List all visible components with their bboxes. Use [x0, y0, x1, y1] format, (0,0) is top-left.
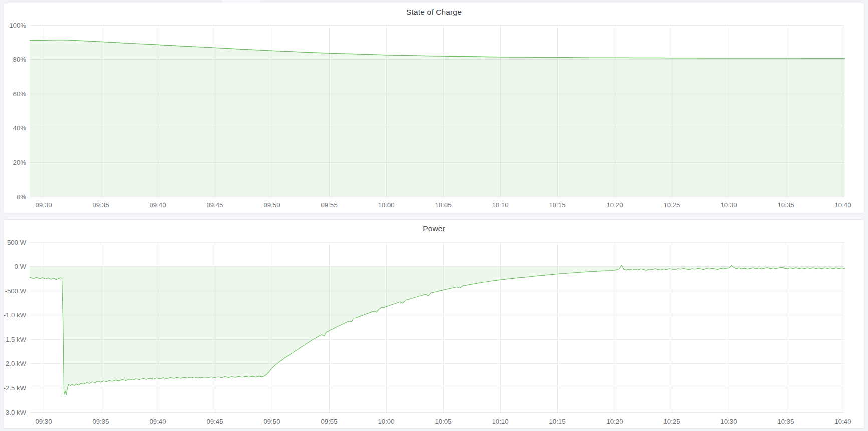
- soc-y-tick-label: 40%: [13, 124, 27, 132]
- power-y-tick-label: -2.5 kW: [4, 384, 27, 392]
- power-x-tick-label: 09:50: [263, 418, 280, 425]
- power-x-tick-label: 10:30: [720, 418, 737, 425]
- grafana-dashboard: { "page": { "background": "#f3f4f8", "pa…: [0, 0, 868, 431]
- soc-x-tick-label: 10:25: [663, 201, 680, 209]
- power-area: [30, 265, 845, 395]
- power-y-tick-label: -3.0 kW: [4, 409, 27, 416]
- soc-y-tick-label: 80%: [13, 56, 27, 63]
- power-y-tick-label: -1.0 kW: [4, 311, 27, 319]
- soc-y-tick-label: 20%: [13, 159, 27, 166]
- power-x-tick-label: 10:05: [435, 418, 451, 425]
- power-x-tick-label: 10:15: [549, 418, 565, 425]
- power-x-tick-label: 10:00: [378, 418, 394, 425]
- soc-x-tick-label: 09:30: [35, 201, 52, 209]
- soc-x-tick-label: 10:40: [834, 201, 851, 209]
- soc-panel-title: State of Charge: [4, 8, 864, 17]
- soc-x-tick-label: 10:10: [492, 201, 508, 209]
- soc-x-tick-label: 10:15: [549, 201, 565, 209]
- soc-y-tick-label: 0%: [17, 193, 26, 201]
- power-panel-title: Power: [4, 224, 864, 233]
- soc-x-tick-label: 10:30: [720, 201, 737, 209]
- soc-x-tick-label: 09:55: [321, 201, 337, 209]
- power-x-tick-label: 09:55: [321, 418, 337, 425]
- power-x-tick-label: 09:45: [206, 418, 223, 425]
- soc-x-tick-label: 09:50: [263, 201, 280, 209]
- soc-x-tick-label: 09:45: [206, 201, 223, 209]
- soc-area: [30, 40, 845, 197]
- power-y-tick-label: 500 W: [7, 239, 27, 246]
- soc-panel: 09:3009:3509:4009:4509:5009:5510:0010:05…: [4, 3, 864, 213]
- power-y-tick-label: -500 W: [5, 287, 26, 295]
- power-x-tick-label: 10:35: [777, 418, 794, 425]
- power-panel: 09:3009:3509:4009:4509:5009:5510:0010:05…: [4, 219, 864, 429]
- power-chart-canvas[interactable]: 09:3009:3509:4009:4509:5009:5510:0010:05…: [4, 220, 864, 428]
- soc-y-tick-label: 100%: [9, 22, 26, 29]
- power-y-tick-label: 0 W: [15, 263, 27, 270]
- power-y-tick-label: -2.0 kW: [4, 360, 27, 367]
- power-x-tick-label: 10:10: [492, 418, 508, 425]
- power-y-tick-label: -1.5 kW: [4, 336, 27, 343]
- soc-x-tick-label: 10:05: [435, 201, 451, 209]
- soc-x-tick-label: 10:20: [606, 201, 623, 209]
- power-x-tick-label: 09:40: [149, 418, 166, 425]
- power-x-tick-label: 09:35: [92, 418, 109, 425]
- soc-x-tick-label: 09:35: [92, 201, 109, 209]
- power-x-tick-label: 10:20: [606, 418, 623, 425]
- soc-chart-canvas[interactable]: 09:3009:3509:4009:4509:5009:5510:0010:05…: [4, 3, 864, 213]
- soc-y-tick-label: 60%: [13, 90, 27, 98]
- power-x-tick-label: 10:40: [834, 418, 851, 425]
- power-x-tick-label: 10:25: [663, 418, 680, 425]
- soc-x-tick-label: 09:40: [149, 201, 166, 209]
- power-x-tick-label: 09:30: [35, 418, 52, 425]
- soc-x-tick-label: 10:35: [777, 201, 794, 209]
- soc-x-tick-label: 10:00: [378, 201, 394, 209]
